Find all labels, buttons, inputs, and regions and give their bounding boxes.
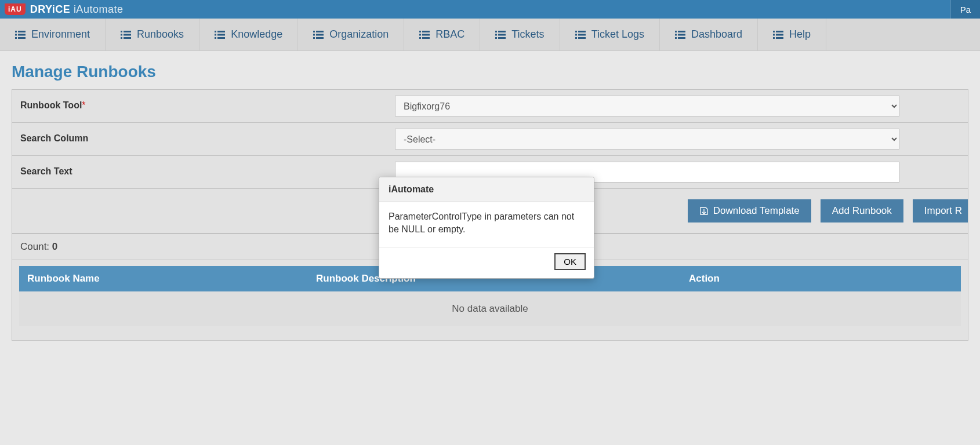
table-row: No data available	[19, 291, 961, 326]
modal-footer: OK	[379, 247, 594, 278]
svg-rect-29	[422, 37, 430, 39]
svg-rect-20	[313, 34, 315, 35]
nav-item-organization[interactable]: Organization	[298, 19, 404, 50]
col-runbook-name[interactable]: Runbook Name	[19, 266, 308, 291]
navbar: Environment Runbooks Knowledge Organizat…	[0, 19, 980, 51]
nav-item-help[interactable]: Help	[758, 19, 826, 50]
nav-item-tickets[interactable]: Tickets	[480, 19, 560, 50]
col-action[interactable]: Action	[681, 266, 961, 291]
svg-rect-38	[575, 34, 577, 35]
svg-rect-40	[575, 37, 577, 39]
search-column-label: Search Column	[20, 133, 88, 143]
list-icon	[675, 31, 685, 39]
count-value: 0	[52, 241, 57, 252]
svg-rect-30	[495, 31, 497, 32]
list-icon	[419, 31, 430, 39]
svg-rect-0	[15, 31, 17, 32]
svg-rect-34	[495, 37, 497, 39]
svg-rect-47	[678, 37, 685, 39]
svg-rect-39	[578, 34, 586, 35]
svg-rect-35	[498, 37, 506, 39]
nav-item-dashboard[interactable]: Dashboard	[660, 19, 758, 50]
svg-rect-17	[217, 37, 225, 39]
svg-rect-5	[18, 37, 26, 39]
nav-label: RBAC	[435, 28, 464, 41]
download-template-label: Download Template	[713, 205, 800, 217]
svg-rect-36	[575, 31, 577, 32]
add-runbook-label: Add Runbook	[832, 205, 892, 217]
svg-rect-11	[124, 37, 131, 39]
topbar: iAU DRYiCE iAutomate Pa	[0, 0, 980, 19]
brand-badge: iAU	[5, 3, 26, 15]
svg-rect-19	[316, 31, 324, 32]
runbook-tool-label-cell: Runbook Tool*	[12, 90, 388, 122]
page-title: Manage Runbooks	[12, 63, 968, 81]
svg-rect-6	[121, 31, 122, 32]
svg-rect-49	[776, 31, 783, 32]
modal-ok-button[interactable]: OK	[554, 253, 586, 270]
nav-item-environment[interactable]: Environment	[0, 19, 106, 50]
nav-label: Runbooks	[137, 28, 184, 41]
svg-rect-32	[495, 34, 497, 35]
svg-rect-51	[776, 34, 783, 35]
brand: iAU DRYiCE iAutomate	[5, 3, 123, 16]
svg-rect-4	[15, 37, 17, 39]
search-text-label-cell: Search Text	[12, 156, 388, 188]
form-row-search-column: Search Column -Select-	[12, 123, 968, 156]
list-icon	[121, 31, 131, 39]
search-column-select[interactable]: -Select-	[395, 129, 899, 149]
svg-rect-14	[215, 34, 216, 35]
svg-rect-43	[678, 31, 685, 32]
count-label: Count:	[20, 241, 52, 252]
svg-rect-12	[215, 31, 216, 32]
svg-rect-37	[578, 31, 586, 32]
nav-label: Environment	[31, 28, 90, 41]
svg-rect-44	[675, 34, 677, 35]
nav-item-ticket-logs[interactable]: Ticket Logs	[560, 19, 660, 50]
list-icon	[313, 31, 324, 39]
download-template-button[interactable]: Download Template	[688, 199, 811, 222]
svg-rect-27	[422, 34, 430, 35]
svg-rect-46	[675, 37, 677, 39]
search-text-label: Search Text	[20, 166, 72, 176]
svg-rect-9	[124, 34, 131, 35]
topbar-user[interactable]: Pa	[950, 0, 980, 19]
svg-rect-22	[313, 37, 315, 39]
brand-product: iAutomate	[74, 3, 124, 15]
svg-rect-45	[678, 34, 685, 35]
svg-rect-10	[121, 37, 122, 39]
svg-rect-3	[18, 34, 26, 35]
svg-rect-53	[776, 37, 783, 39]
svg-rect-48	[773, 31, 775, 32]
nav-label: Organization	[329, 28, 389, 41]
list-icon	[215, 31, 225, 39]
list-icon	[773, 31, 783, 39]
download-icon	[699, 206, 709, 216]
svg-rect-23	[316, 37, 324, 39]
svg-rect-42	[675, 31, 677, 32]
svg-rect-41	[578, 37, 586, 39]
runbook-tool-input-cell: Bigfixorg76	[388, 90, 968, 122]
svg-rect-15	[217, 34, 225, 35]
nav-item-rbac[interactable]: RBAC	[404, 19, 480, 50]
nav-item-knowledge[interactable]: Knowledge	[199, 19, 298, 50]
required-marker: *	[82, 100, 85, 110]
modal-message: ParameterControlType in parameters can n…	[379, 202, 594, 247]
brand-text: DRYiCE iAutomate	[30, 3, 124, 16]
runbook-tool-label: Runbook Tool	[20, 100, 82, 110]
import-runbook-button[interactable]: Import R	[913, 199, 968, 222]
add-runbook-button[interactable]: Add Runbook	[821, 199, 903, 222]
runbook-tool-select[interactable]: Bigfixorg76	[395, 96, 899, 116]
list-icon	[495, 31, 506, 39]
svg-rect-52	[773, 37, 775, 39]
svg-rect-2	[15, 34, 17, 35]
brand-name: DRYiCE	[30, 3, 71, 15]
nav-label: Dashboard	[691, 28, 742, 41]
svg-rect-7	[124, 31, 131, 32]
nav-label: Tickets	[511, 28, 544, 41]
svg-rect-25	[422, 31, 430, 32]
nav-item-runbooks[interactable]: Runbooks	[106, 19, 199, 50]
search-column-label-cell: Search Column	[12, 123, 388, 155]
nav-label: Knowledge	[231, 28, 282, 41]
svg-rect-31	[498, 31, 506, 32]
